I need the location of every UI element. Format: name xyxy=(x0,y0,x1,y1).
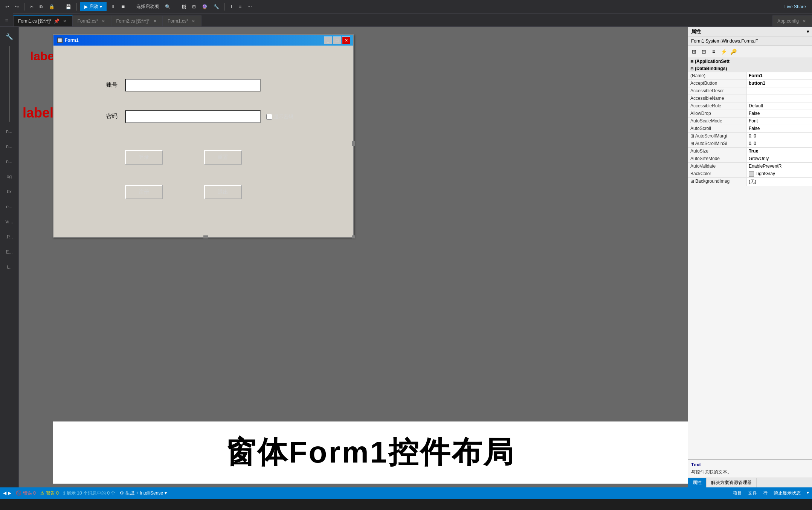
props-alphabetical-btn[interactable]: ⊟ xyxy=(699,47,708,56)
props-key-autoscroll: AutoScroll xyxy=(688,125,746,132)
props-val-accessrole: Default xyxy=(746,102,812,110)
tab-form1-design-close[interactable]: ✕ xyxy=(62,18,68,24)
status-error-item[interactable]: 🚫 错误 0 xyxy=(16,490,36,496)
form-button1[interactable]: 登录 xyxy=(125,150,163,165)
start-button[interactable]: ▶ 启动 ▾ xyxy=(80,2,107,11)
form-checkbox1[interactable]: 显示密码 xyxy=(266,113,293,120)
status-more[interactable]: ▾ xyxy=(807,490,809,496)
props-categorized-btn[interactable]: ⊞ xyxy=(690,47,699,56)
props-key-autovalidate: AutoValidate xyxy=(688,163,746,170)
save-btn[interactable]: 💾 xyxy=(63,3,73,10)
tab-form2-cs-close[interactable]: ✕ xyxy=(100,18,106,24)
props-tab-solution[interactable]: 解决方案资源管理器 xyxy=(707,478,757,487)
resize-handle-right[interactable] xyxy=(352,141,355,146)
status-arrow-right[interactable]: ▶ xyxy=(8,490,11,496)
status-info-item[interactable]: ℹ 展示 10 个消息中的 0 个 xyxy=(63,490,115,496)
status-right-items: 项目 文件 行 禁止显示状态 ▾ xyxy=(733,490,809,496)
props-row-acceptbutton[interactable]: AcceptButton button1 xyxy=(688,80,812,87)
undo-btn[interactable]: ↩ xyxy=(3,3,11,10)
props-row-allowdrop[interactable]: AllowDrop False xyxy=(688,110,812,118)
props-properties-btn[interactable]: ≡ xyxy=(709,47,718,56)
props-events-btn[interactable]: ⚡ xyxy=(719,47,728,56)
props-val-backgroundima: (无) xyxy=(746,178,812,186)
sidebar-n9-icon[interactable]: E... xyxy=(3,245,16,259)
sidebar-n4-icon[interactable]: og xyxy=(3,170,16,183)
lock-btn[interactable]: 🔒 xyxy=(47,3,57,10)
form-minimize-btn[interactable]: _ xyxy=(324,37,332,44)
tab-form1-cs[interactable]: Form1.cs* ✕ xyxy=(163,15,201,26)
sidebar-n8-icon[interactable]: .P... xyxy=(3,230,16,244)
sidebar-n-icon[interactable]: n... xyxy=(3,125,16,138)
tab-form2-design-close[interactable]: ✕ xyxy=(152,18,158,24)
checkbox-input[interactable] xyxy=(266,114,272,120)
resize-handle-bottom[interactable] xyxy=(203,235,208,238)
props-row-accessname[interactable]: AccessibleName xyxy=(688,95,812,102)
props-key-name: (Name) xyxy=(688,72,746,79)
form-button3[interactable]: 退出 xyxy=(204,185,242,199)
props-row-name[interactable]: (Name) Form1 xyxy=(688,72,812,80)
resize-handle-corner[interactable] xyxy=(352,235,355,238)
redo-btn[interactable]: ↪ xyxy=(13,3,21,10)
search-btn[interactable]: 🔍 xyxy=(163,3,173,10)
form-textbox1[interactable] xyxy=(125,79,261,92)
stop-btn[interactable]: ⏹ xyxy=(119,3,128,10)
props-row-accessdescr[interactable]: AccessibleDescr xyxy=(688,87,812,95)
props-row-autoscrollminsi[interactable]: ⊞ AutoScrollMinSi 0, 0 xyxy=(688,140,812,148)
layout-btn[interactable]: ⊞ xyxy=(190,3,198,10)
content-area: label1 textBox1 textBox2 checkBox1 label… xyxy=(19,27,688,487)
text-btn[interactable]: T xyxy=(228,3,235,10)
props-row-autoscalemode[interactable]: AutoScaleMode Font xyxy=(688,118,812,125)
form-maximize-btn[interactable]: □ xyxy=(333,37,341,44)
tab-form1-cs-close[interactable]: ✕ xyxy=(191,18,197,24)
sidebar-toggle-btn[interactable]: ≡ xyxy=(0,13,13,26)
screen-btn[interactable]: 🖼 xyxy=(179,3,188,10)
form-title: Form1 xyxy=(65,38,79,43)
form-textbox2[interactable] xyxy=(125,110,261,123)
tab-app-config-close[interactable]: ✕ xyxy=(801,18,807,24)
form-button2[interactable]: 重置 xyxy=(204,150,242,165)
sidebar-n10-icon[interactable]: i... xyxy=(3,260,16,274)
props-row-backcolor[interactable]: BackColor LightGray xyxy=(688,170,812,178)
ext-btn[interactable]: 🔮 xyxy=(200,3,210,10)
sidebar-n2-icon[interactable]: n... xyxy=(3,140,16,153)
props-val-autoscrollmargi: 0, 0 xyxy=(746,133,812,140)
props-val-autosizemode: GrowOnly xyxy=(746,155,812,162)
props-row-autoscroll[interactable]: AutoScroll False xyxy=(688,125,812,133)
props-tab-properties[interactable]: 属性 xyxy=(688,478,707,487)
align-btn[interactable]: ≡ xyxy=(237,3,244,10)
form-button4[interactable]: 注册 xyxy=(125,185,163,199)
tab-form2-cs[interactable]: Form2.cs* ✕ xyxy=(73,15,111,26)
pause-btn[interactable]: ⏸ xyxy=(108,3,117,10)
sidebar-n5-icon[interactable]: bx xyxy=(3,185,16,199)
props-row-autosizemode[interactable]: AutoSizeMode GrowOnly xyxy=(688,155,812,163)
more-btn[interactable]: ⋯ xyxy=(245,3,254,10)
props-dropdown-icon[interactable]: ▾ xyxy=(807,29,809,34)
props-row-autosize[interactable]: AutoSize True xyxy=(688,148,812,155)
tab-form1-design[interactable]: Form1.cs [设计]* 📌 ✕ xyxy=(13,15,73,26)
bottom-text-area: 窗体Form1控件布局 xyxy=(53,421,688,484)
copy-btn[interactable]: ⧉ xyxy=(37,3,45,10)
props-row-backgroundima[interactable]: ⊞ BackgroundImag (无) xyxy=(688,178,812,186)
live-share-label[interactable]: Live Share xyxy=(781,3,809,10)
tab-app-config[interactable]: App.config ✕ xyxy=(772,15,812,26)
props-cat-appsettings[interactable]: ⊞ (ApplicationSett xyxy=(688,58,812,65)
status-warning-item[interactable]: ⚠ 警告 0 xyxy=(40,490,59,496)
sidebar-n3-icon[interactable]: n... xyxy=(3,155,16,168)
cut-btn[interactable]: ✂ xyxy=(27,3,36,10)
status-arrow-left[interactable]: ◀ xyxy=(3,490,6,496)
props-row-autoscrollmargi[interactable]: ⊞ AutoScrollMargi 0, 0 xyxy=(688,133,812,140)
select-start-btn[interactable]: 选择启动项 xyxy=(134,3,161,11)
props-row-autovalidate[interactable]: AutoValidate EnablePreventR xyxy=(688,163,812,170)
props-cat-databindings[interactable]: ⊞ (DataBindings) xyxy=(688,65,812,72)
tab-form2-design[interactable]: Form2.cs [设计]* ✕ xyxy=(111,15,163,26)
status-build-item[interactable]: ⚙ 生成 + IntelliSense ▾ xyxy=(120,490,167,496)
sidebar-n6-icon[interactable]: e... xyxy=(3,200,16,214)
sidebar-n7-icon[interactable]: Vi... xyxy=(3,215,16,229)
props-key-accessname: AccessibleName xyxy=(688,95,746,102)
props-row-accessrole[interactable]: AccessibleRole Default xyxy=(688,102,812,110)
designer-area[interactable]: label1 textBox1 textBox2 checkBox1 label… xyxy=(19,27,688,487)
sidebar-toolbox-icon[interactable]: 🔧 xyxy=(3,30,16,43)
settings-btn[interactable]: 🔧 xyxy=(211,3,221,10)
form-close-btn[interactable]: ✕ xyxy=(342,37,350,44)
props-key-btn[interactable]: 🔑 xyxy=(729,47,738,56)
